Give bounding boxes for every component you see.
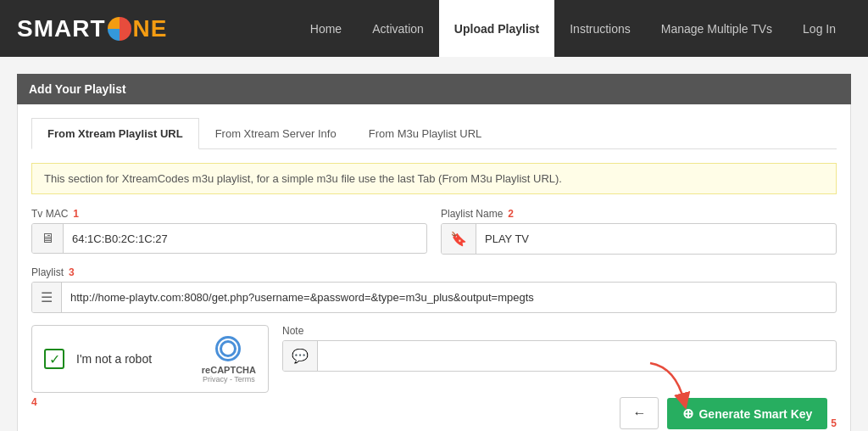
- nav-manage-multiple-tvs[interactable]: Manage Multiple TVs: [646, 0, 787, 57]
- tab-xtream-playlist-url[interactable]: From Xtream Playlist URL: [31, 118, 199, 149]
- bottom-row: ✓ I'm not a robot reCAPTCHA Privacy - Te…: [31, 325, 837, 429]
- recaptcha-graphic: [214, 334, 244, 365]
- form-row-1: Tv MAC 1 🖥 Playlist Name 2 🔖: [31, 208, 837, 255]
- action-buttons: ← ⊕ Generate Smart Key 5: [282, 397, 837, 429]
- logo-play-icon: [108, 17, 131, 41]
- note-icon: 💬: [283, 341, 318, 371]
- generate-label: Generate Smart Key: [698, 407, 812, 421]
- section-title: Add Your Playlist: [17, 74, 851, 104]
- playlist-card: From Xtream Playlist URL From Xtream Ser…: [17, 104, 851, 431]
- nav-activation[interactable]: Activation: [357, 0, 439, 57]
- playlist-group: Playlist 3 ☰: [31, 266, 837, 313]
- note-section: Note 💬 ←: [282, 325, 837, 429]
- nav-log-in[interactable]: Log In: [787, 0, 851, 57]
- playlist-input-wrapper: ☰: [31, 282, 837, 313]
- tv-mac-group: Tv MAC 1 🖥: [31, 208, 427, 255]
- playlist-name-input[interactable]: [476, 226, 836, 252]
- playlist-icon: ☰: [32, 283, 62, 312]
- logo-smart-text: SMART: [17, 15, 106, 42]
- tv-mac-num: 1: [73, 208, 79, 220]
- playlist-name-input-wrapper: 🔖: [441, 223, 837, 255]
- red-arrow-annotation: [642, 359, 693, 410]
- playlist-input[interactable]: [62, 284, 836, 311]
- playlist-num: 3: [69, 266, 75, 278]
- captcha-box[interactable]: ✓ I'm not a robot reCAPTCHA Privacy - Te…: [31, 325, 269, 393]
- captcha-logo: reCAPTCHA Privacy - Terms: [202, 334, 256, 383]
- recaptcha-links: Privacy - Terms: [203, 375, 255, 383]
- note-input[interactable]: [318, 343, 836, 369]
- playlist-name-group: Playlist Name 2 🔖: [441, 208, 837, 255]
- note-input-wrapper: 💬: [282, 340, 837, 372]
- nav-upload-playlist[interactable]: Upload Playlist: [439, 0, 554, 57]
- generate-num: 5: [831, 417, 837, 429]
- playlist-name-num: 2: [508, 208, 514, 220]
- tv-mac-input-wrapper: 🖥: [31, 223, 427, 254]
- logo: SMART NE: [17, 15, 167, 42]
- captcha-num: 4: [31, 396, 269, 408]
- form-row-2: Playlist 3 ☰: [31, 266, 837, 313]
- tab-m3u-playlist-url[interactable]: From M3u Playlist URL: [353, 118, 498, 149]
- playlist-name-icon: 🔖: [442, 224, 476, 254]
- header: SMART NE Home Activation Upload Playlist…: [0, 0, 868, 57]
- main-content: Add Your Playlist From Xtream Playlist U…: [0, 57, 868, 431]
- captcha-checkmark: ✓: [44, 349, 64, 369]
- tv-mac-label: Tv MAC 1: [31, 208, 427, 220]
- captcha-area: ✓ I'm not a robot reCAPTCHA Privacy - Te…: [31, 325, 269, 408]
- captcha-label: I'm not a robot: [76, 352, 190, 366]
- recaptcha-arc2: [220, 340, 236, 357]
- playlist-name-label: Playlist Name 2: [441, 208, 837, 220]
- main-nav: Home Activation Upload Playlist Instruct…: [295, 0, 851, 57]
- tab-xtream-server-info[interactable]: From Xtream Server Info: [199, 118, 353, 149]
- logo-one-text: NE: [133, 15, 168, 42]
- tv-mac-icon: 🖥: [32, 224, 64, 253]
- note-label: Note: [282, 325, 837, 337]
- tv-mac-input[interactable]: [64, 226, 426, 252]
- nav-home[interactable]: Home: [295, 0, 357, 57]
- notice-box: This section for XtreamCodes m3u playlis…: [31, 163, 837, 194]
- nav-instructions[interactable]: Instructions: [554, 0, 646, 57]
- recaptcha-brand: reCAPTCHA: [202, 365, 256, 375]
- playlist-label: Playlist 3: [31, 266, 837, 278]
- tab-bar: From Xtream Playlist URL From Xtream Ser…: [31, 118, 837, 149]
